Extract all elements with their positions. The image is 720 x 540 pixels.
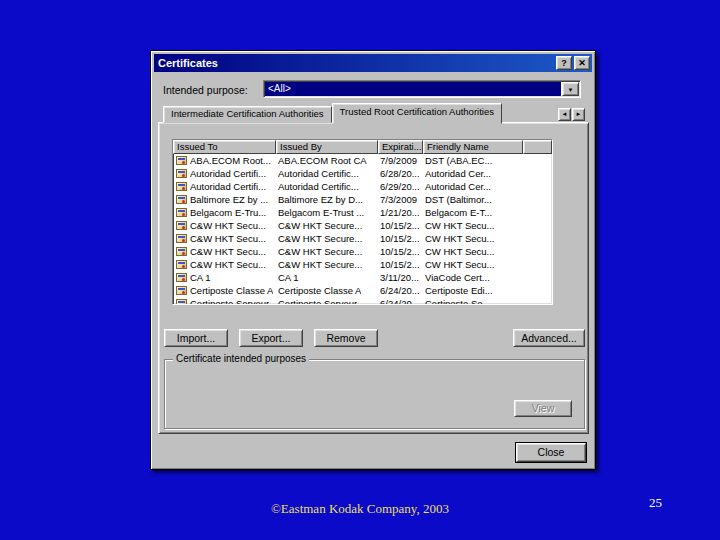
cert-cell-text: C&W HKT Secure... (278, 233, 362, 244)
certificate-icon (176, 182, 187, 191)
certificate-list[interactable]: Issued To Issued By Expirati... Friendly… (172, 139, 553, 305)
combobox-selected-value: <All> (265, 82, 561, 96)
remove-button[interactable]: Remove (314, 329, 378, 347)
cert-cell: Belgacom E-T... (423, 207, 523, 218)
titlebar-help-button[interactable]: ? (556, 56, 572, 70)
cert-cell-text: Autoridad Certifi... (190, 168, 266, 179)
cert-cell-text: 3/11/20... (380, 272, 419, 283)
certificate-icon (176, 299, 187, 305)
cert-cell-text: C&W HKT Secu... (190, 220, 266, 231)
cert-row[interactable]: ABA.ECOM Root...ABA.ECOM Root CA7/9/2009… (173, 154, 552, 167)
cert-row[interactable]: Baltimore EZ by ...Baltimore EZ by D...7… (173, 193, 552, 206)
cert-row[interactable]: Autoridad Certifi...Autoridad Certific..… (173, 180, 552, 193)
certificate-icon (176, 221, 187, 230)
cert-cell-text: 6/28/20... (380, 168, 420, 179)
certificate-icon (176, 247, 187, 256)
column-header-issued-by[interactable]: Issued By (276, 140, 378, 154)
cert-cell: 6/24/20... (378, 285, 423, 296)
cert-cell-text: Autoridad Cer... (425, 168, 491, 179)
column-header-expiration[interactable]: Expirati... (378, 140, 423, 154)
column-header-issued-to[interactable]: Issued To (173, 140, 276, 154)
tab-trusted-root-certification-authorities[interactable]: Trusted Root Certification Authorities (332, 103, 502, 124)
column-header-filler (523, 140, 552, 154)
cert-row[interactable]: CA 1CA 13/11/20...ViaCode Cert... (173, 271, 552, 284)
certificate-icon (176, 286, 187, 295)
cert-row[interactable]: Autoridad Certifi...Autoridad Certific..… (173, 167, 552, 180)
certificate-icon (176, 260, 187, 269)
cert-cell: Autoridad Certifi... (173, 168, 276, 179)
cert-cell: C&W HKT Secure... (276, 233, 378, 244)
dialog-title: Certificates (156, 57, 554, 69)
cert-list-body: ABA.ECOM Root...ABA.ECOM Root CA7/9/2009… (173, 154, 552, 305)
cert-cell: 6/29/20... (378, 181, 423, 192)
cert-cell: Certiposte Serveur (276, 298, 378, 305)
cert-cell: CW HKT Secu... (423, 246, 523, 257)
cert-row[interactable]: C&W HKT Secu...C&W HKT Secure...10/15/2.… (173, 219, 552, 232)
certificate-icon (176, 195, 187, 204)
cert-cell: C&W HKT Secure... (276, 246, 378, 257)
cert-cell: DST (Baltimor... (423, 194, 523, 205)
cert-cell-text: DST (Baltimor... (425, 194, 492, 205)
page-number: 25 (649, 495, 662, 511)
intended-purpose-combobox[interactable]: <All> ▼ (263, 80, 581, 98)
cert-cell-text: 7/3/2009 (380, 194, 417, 205)
cert-cell: C&W HKT Secure... (276, 259, 378, 270)
close-button[interactable]: Close (516, 443, 586, 462)
titlebar-close-button[interactable]: ✕ (574, 56, 590, 70)
cert-cell-text: Baltimore EZ by ... (190, 194, 268, 205)
cert-cell: DST (ABA.EC... (423, 155, 523, 166)
cert-row[interactable]: C&W HKT Secu...C&W HKT Secure...10/15/2.… (173, 258, 552, 271)
footer-credit: ©Eastman Kodak Company, 2003 (0, 501, 720, 517)
cert-cell-text: ABA.ECOM Root CA (278, 155, 367, 166)
cert-cell: ABA.ECOM Root... (173, 155, 276, 166)
cert-cell: 6/24/20... (378, 298, 423, 305)
cert-cell-text: C&W HKT Secure... (278, 246, 362, 257)
cert-cell: C&W HKT Secu... (173, 233, 276, 244)
cert-cell: C&W HKT Secu... (173, 220, 276, 231)
slide-background: Certificates ? ✕ Intended purpose: <All>… (0, 0, 720, 540)
cert-cell-text: 10/15/2... (380, 246, 420, 257)
cert-cell-text: CA 1 (190, 272, 211, 283)
dialog-titlebar[interactable]: Certificates ? ✕ (154, 54, 592, 72)
cert-cell-text: ABA.ECOM Root... (190, 155, 271, 166)
cert-cell: 10/15/2... (378, 233, 423, 244)
list-header: Issued To Issued By Expirati... Friendly… (173, 140, 552, 154)
cert-cell-text: 10/15/2... (380, 259, 420, 270)
certificate-icon (176, 234, 187, 243)
cert-cell: ViaCode Cert... (423, 272, 523, 283)
export-button[interactable]: Export... (239, 329, 303, 347)
arrow-right-icon: ► (576, 111, 582, 117)
cert-row[interactable]: Certiposte ServeurCertiposte Serveur6/24… (173, 297, 552, 305)
advanced-button[interactable]: Advanced... (513, 329, 585, 347)
cert-cell: Autoridad Cer... (423, 181, 523, 192)
cert-cell-text: Certiposte Edi... (425, 285, 493, 296)
cert-cell-text: Autoridad Cer... (425, 181, 491, 192)
cert-cell: 1/21/20... (378, 207, 423, 218)
cert-cell-text: Certiposte Se... (425, 298, 490, 305)
cert-row[interactable]: Belgacom E-Tru...Belgacom E-Trust ...1/2… (173, 206, 552, 219)
import-button[interactable]: Import... (164, 329, 228, 347)
cert-cell: CW HKT Secu... (423, 220, 523, 231)
arrow-left-icon: ◄ (562, 111, 568, 117)
column-header-friendly-name[interactable]: Friendly Name (423, 140, 523, 154)
cert-cell-text: Belgacom E-Trust ... (278, 207, 364, 218)
cert-cell: CA 1 (173, 272, 276, 283)
view-button[interactable]: View (514, 400, 572, 417)
cert-row[interactable]: Certiposte Classe ACertiposte Classe A6/… (173, 284, 552, 297)
cert-row[interactable]: C&W HKT Secu...C&W HKT Secure...10/15/2.… (173, 245, 552, 258)
cert-row[interactable]: C&W HKT Secu...C&W HKT Secure...10/15/2.… (173, 232, 552, 245)
tab-scroll-right-button[interactable]: ► (572, 108, 585, 121)
cert-cell: C&W HKT Secu... (173, 246, 276, 257)
tab-intermediate-certification-authorities[interactable]: Intermediate Certification Authorities (163, 106, 332, 123)
cert-cell-text: 10/15/2... (380, 233, 420, 244)
intended-purpose-label: Intended purpose: (163, 84, 248, 96)
cert-cell-text: CA 1 (278, 272, 299, 283)
cert-cell-text: 10/15/2... (380, 220, 420, 231)
combobox-dropdown-button[interactable]: ▼ (562, 82, 579, 96)
cert-cell-text: CW HKT Secu... (425, 259, 495, 270)
cert-cell-text: CW HKT Secu... (425, 233, 495, 244)
cert-cell: 7/3/2009 (378, 194, 423, 205)
cert-cell: Belgacom E-Trust ... (276, 207, 378, 218)
tab-scroll-left-button[interactable]: ◄ (558, 108, 571, 121)
cert-cell: Certiposte Serveur (173, 298, 276, 305)
